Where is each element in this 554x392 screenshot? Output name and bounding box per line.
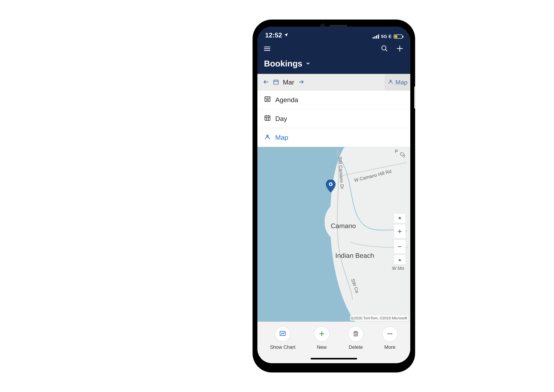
- map-pin-icon: [264, 133, 271, 142]
- view-option-day[interactable]: Day: [257, 109, 410, 128]
- svg-point-0: [382, 46, 386, 50]
- new-button[interactable]: New: [314, 326, 329, 350]
- calendar-icon: [273, 79, 279, 85]
- map-controls: + −: [394, 213, 406, 265]
- prev-month-button[interactable]: [263, 79, 269, 85]
- svg-point-31: [389, 333, 391, 334]
- menu-button[interactable]: [264, 47, 270, 51]
- plus-icon: [318, 330, 325, 338]
- bottom-label: Show Chart: [270, 344, 295, 350]
- battery-icon: [394, 35, 403, 39]
- day-icon: [264, 114, 271, 123]
- map-toggle[interactable]: Map: [385, 74, 410, 90]
- trash-icon: [352, 330, 359, 337]
- view-option-label: Day: [275, 115, 287, 122]
- bottom-label: Delete: [349, 344, 363, 350]
- screen: 12:52 5G E: [257, 27, 410, 363]
- map-pin-icon: [388, 79, 393, 86]
- page-title: Bookings: [264, 59, 302, 68]
- map-zoom-in-button[interactable]: +: [394, 224, 406, 238]
- view-dropdown: Agenda Day Map: [257, 91, 410, 147]
- svg-line-1: [385, 49, 387, 51]
- phone-frame: 12:52 5G E: [253, 20, 415, 372]
- chart-icon: [279, 330, 286, 338]
- signal-icon: [373, 35, 379, 39]
- delete-button[interactable]: Delete: [348, 326, 363, 350]
- view-option-agenda[interactable]: Agenda: [257, 91, 410, 109]
- status-bar: 12:52 5G E: [257, 27, 410, 41]
- map-marker[interactable]: [326, 180, 336, 192]
- search-button[interactable]: [381, 45, 388, 53]
- svg-rect-5: [274, 80, 278, 84]
- home-indicator[interactable]: [311, 358, 357, 359]
- network-label: 5G E: [381, 34, 391, 39]
- view-option-label: Map: [275, 134, 288, 141]
- bottom-label: New: [317, 344, 327, 350]
- svg-point-23: [330, 183, 332, 185]
- phone-side-button: [414, 86, 416, 109]
- bottom-label: More: [384, 344, 395, 350]
- next-month-button[interactable]: [298, 79, 304, 85]
- more-icon: [386, 330, 393, 338]
- add-button[interactable]: [396, 45, 404, 53]
- view-option-map[interactable]: Map: [257, 128, 410, 147]
- map-attribution: ©2020 TomTom, ©2019 Microsoft: [350, 315, 408, 321]
- more-button[interactable]: More: [382, 326, 398, 350]
- map-place-label: Camano: [331, 222, 356, 230]
- location-services-icon: [284, 31, 289, 39]
- app-bar: [257, 41, 410, 56]
- agenda-icon: [264, 96, 271, 104]
- view-selector[interactable]: Bookings: [257, 56, 410, 74]
- map-zoom-out-button[interactable]: −: [394, 239, 406, 254]
- map-road-label: P: [395, 149, 398, 154]
- chevron-down-icon: [305, 61, 311, 67]
- map-toggle-label: Map: [395, 79, 407, 86]
- map-place-label: Indian Beach: [335, 252, 374, 259]
- current-month[interactable]: Mar: [283, 78, 294, 86]
- map-locate-button[interactable]: [394, 213, 406, 223]
- date-toolbar: Mar Map: [257, 74, 410, 91]
- status-time: 12:52: [265, 31, 282, 39]
- view-option-label: Agenda: [275, 96, 298, 104]
- bottom-toolbar: Show Chart New Delete: [257, 322, 410, 363]
- map-road-label: W Mo: [392, 266, 404, 271]
- svg-rect-15: [265, 116, 270, 120]
- svg-rect-27: [354, 332, 357, 336]
- map-canvas[interactable]: SW Camano Dr W Camano Hill Rd Ch P Caman…: [257, 147, 410, 322]
- map-tilt-button[interactable]: [394, 255, 406, 265]
- svg-point-30: [387, 333, 389, 334]
- show-chart-button[interactable]: Show Chart: [270, 326, 295, 350]
- svg-point-32: [391, 333, 392, 334]
